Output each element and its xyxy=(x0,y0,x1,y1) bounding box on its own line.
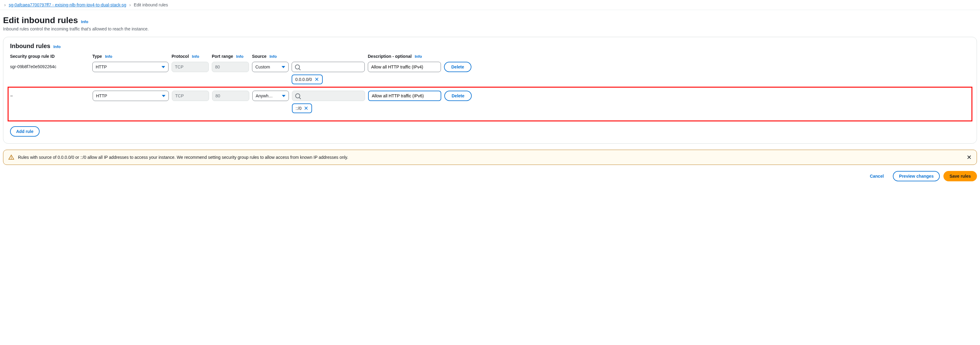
col-hdr-desc: Description - optional Info xyxy=(368,54,441,59)
rule-row: sgr-09b8f7e0e5092264c HTTP TCP 80 Custom… xyxy=(10,62,970,84)
remove-token-icon[interactable]: ✕ xyxy=(315,77,319,82)
caret-down-icon xyxy=(282,66,285,68)
rule-id-cell: – xyxy=(10,91,89,98)
protocol-info-link[interactable]: Info xyxy=(192,54,199,59)
rule-row: – HTTP TCP 80 Anywh… ::/ xyxy=(10,91,970,113)
rule-port-input: 80 xyxy=(212,91,249,101)
breadcrumb-link-sg[interactable]: sg-0afcaea7700797ff7 - exising-nlb-from-… xyxy=(9,2,126,7)
caret-down-icon xyxy=(162,66,165,68)
breadcrumb: › sg-0afcaea7700797ff7 - exising-nlb-fro… xyxy=(0,0,980,10)
col-label: Type xyxy=(92,54,102,59)
col-label: Source xyxy=(252,54,266,59)
warning-alert: Rules with source of 0.0.0.0/0 or ::/0 a… xyxy=(3,150,977,165)
save-rules-button[interactable]: Save rules xyxy=(943,171,977,181)
alert-message: Rules with source of 0.0.0.0/0 or ::/0 a… xyxy=(18,155,963,160)
rule-source-search xyxy=(292,91,365,101)
col-label: Port range xyxy=(212,54,233,59)
source-cidr-value: ::/0 xyxy=(296,106,301,111)
rule-type-value: HTTP xyxy=(96,65,107,70)
col-hdr-type: Type Info xyxy=(92,54,169,59)
source-cidr-value: 0.0.0.0/0 xyxy=(295,77,312,82)
preview-changes-button[interactable]: Preview changes xyxy=(893,171,940,181)
panel-info-link[interactable]: Info xyxy=(53,44,60,49)
desc-info-link[interactable]: Info xyxy=(415,54,422,59)
rule-type-select[interactable]: HTTP xyxy=(92,62,169,72)
rule-source-column: 0.0.0.0/0 ✕ xyxy=(292,62,365,84)
rule-protocol-input: TCP xyxy=(172,62,209,72)
caret-down-icon xyxy=(282,95,286,97)
warning-icon xyxy=(8,154,14,160)
rule-description-input[interactable] xyxy=(368,62,441,72)
port-info-link[interactable]: Info xyxy=(236,54,243,59)
rule-type-select[interactable]: HTTP xyxy=(93,91,169,101)
rule-protocol-input: TCP xyxy=(172,91,209,101)
col-hdr-source: Source Info xyxy=(252,54,365,59)
source-cidr-token: ::/0 ✕ xyxy=(292,103,312,113)
rule-source-mode-value: Custom xyxy=(255,65,270,70)
rule-description-input[interactable] xyxy=(368,91,441,101)
highlighted-rule-box: – HTTP TCP 80 Anywh… ::/ xyxy=(8,87,972,121)
rule-port-input: 80 xyxy=(212,62,249,72)
page-subtitle: Inbound rules control the incoming traff… xyxy=(3,27,977,31)
source-info-link[interactable]: Info xyxy=(269,54,277,59)
delete-rule-button[interactable]: Delete xyxy=(444,62,471,72)
cancel-button[interactable]: Cancel xyxy=(864,171,889,181)
rule-type-value: HTTP xyxy=(96,93,107,98)
rules-header-row: Security group rule ID Type Info Protoco… xyxy=(10,54,970,59)
col-hdr-rule-id: Security group rule ID xyxy=(10,54,89,59)
close-alert-icon[interactable]: ✕ xyxy=(967,154,972,161)
remove-token-icon[interactable]: ✕ xyxy=(304,106,309,111)
rule-id-cell: sgr-09b8f7e0e5092264c xyxy=(10,62,89,69)
rule-source-search[interactable] xyxy=(292,62,365,72)
col-hdr-protocol: Protocol Info xyxy=(172,54,209,59)
col-hdr-port: Port range Info xyxy=(212,54,249,59)
inbound-rules-panel: Inbound rules Info Security group rule I… xyxy=(3,37,977,144)
chevron-right-icon: › xyxy=(4,2,6,7)
col-label: Description - optional xyxy=(368,54,412,59)
caret-down-icon xyxy=(162,95,165,97)
add-rule-button[interactable]: Add rule xyxy=(10,126,40,137)
panel-title: Inbound rules xyxy=(10,43,50,50)
rule-source-mode-select[interactable]: Anywh… xyxy=(252,91,289,101)
page-title: Edit inbound rules xyxy=(3,16,78,25)
col-label: Security group rule ID xyxy=(10,54,54,59)
type-info-link[interactable]: Info xyxy=(105,54,113,59)
rule-source-mode-value: Anywh… xyxy=(256,93,273,98)
rule-source-mode-select[interactable]: Custom xyxy=(252,62,289,72)
page-info-link[interactable]: Info xyxy=(81,19,88,24)
breadcrumb-current: Edit inbound rules xyxy=(134,2,168,7)
col-label: Protocol xyxy=(172,54,189,59)
delete-rule-button[interactable]: Delete xyxy=(444,91,472,101)
footer-actions: Cancel Preview changes Save rules xyxy=(3,171,977,181)
source-cidr-token: 0.0.0.0/0 ✕ xyxy=(292,74,323,84)
search-icon xyxy=(295,93,300,98)
chevron-right-icon: › xyxy=(129,2,131,7)
search-icon xyxy=(295,65,300,70)
rule-source-column: ::/0 ✕ xyxy=(292,91,365,113)
